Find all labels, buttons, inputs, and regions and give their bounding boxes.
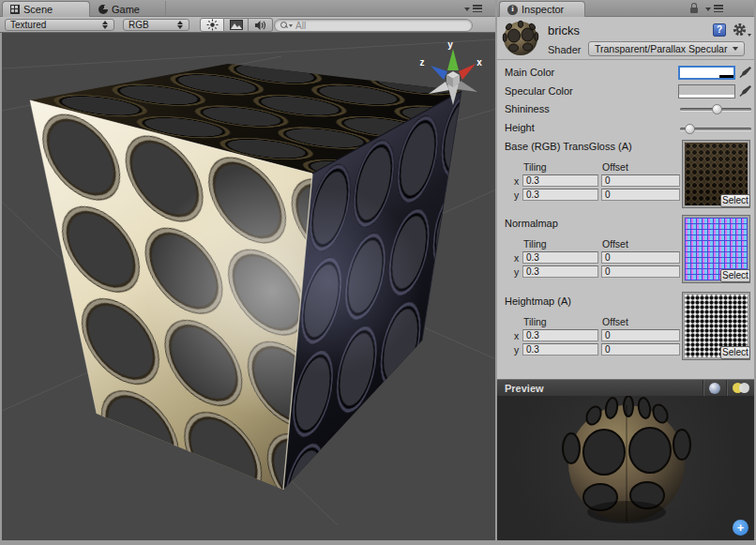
offset-x-field[interactable] (601, 174, 680, 187)
tiling-x-field[interactable] (522, 329, 598, 341)
material-name: bricks (548, 23, 580, 38)
offset-y-field[interactable] (601, 265, 680, 278)
map-title: Heightmap (A) (505, 295, 571, 307)
specular-color-swatch[interactable] (678, 84, 735, 98)
offset-header: Offset (602, 161, 628, 173)
height-slider-handle[interactable] (685, 124, 695, 134)
help-icon[interactable] (713, 23, 726, 37)
gizmo-y-axis[interactable] (447, 49, 459, 70)
unity-editor-window: Scene Game Textured RGB (0, 0, 756, 545)
axis-y-label: y (514, 189, 519, 201)
tab-game-label: Game (112, 4, 140, 15)
tiling-header: Tiling (523, 161, 547, 173)
tab-scene-label: Scene (23, 4, 53, 15)
info-icon (507, 5, 518, 15)
preview-mesh-button[interactable] (703, 380, 726, 397)
eyedropper-icon[interactable] (739, 84, 752, 98)
axis-x-label: x (514, 175, 519, 187)
tiling-x-field[interactable] (522, 251, 598, 264)
skybox-toggle-button[interactable] (224, 18, 249, 32)
chevron-down-icon (733, 47, 738, 51)
gizmo-x-label: x (476, 57, 482, 68)
shininess-label: Shininess (505, 103, 550, 114)
select-button[interactable]: Select (720, 194, 750, 207)
search-input[interactable] (295, 21, 466, 31)
tab-inspector-label: Inspector (522, 4, 564, 15)
offset-y-field[interactable] (601, 343, 680, 356)
offset-x-field[interactable] (601, 329, 680, 341)
scene-canvas[interactable]: y x z (2, 33, 496, 540)
offset-y-field[interactable] (601, 189, 680, 201)
gizmo-neg-axis[interactable] (457, 81, 477, 92)
shader-dropdown[interactable]: Transparent/Parallax Specular (588, 41, 745, 56)
height-slider[interactable] (680, 128, 751, 130)
search-filter-caret-icon (289, 24, 293, 27)
scene-toolbar: Textured RGB (0, 17, 496, 33)
inspector-panel: Inspector (497, 0, 754, 540)
axis-x-label: x (514, 252, 519, 264)
two-lights-icon (733, 383, 749, 393)
tab-scene[interactable]: Scene (2, 1, 90, 17)
map-title: Normalmap (505, 218, 558, 229)
tiling-x-field[interactable] (522, 174, 598, 187)
pane-dropdown-icon[interactable] (705, 8, 711, 11)
grid-icon (10, 5, 20, 14)
tab-inspector[interactable]: Inspector (499, 1, 585, 17)
tiling-y-field[interactable] (522, 189, 598, 201)
pane-dropdown-icon[interactable] (464, 8, 470, 11)
shininess-slider-handle[interactable] (712, 104, 722, 114)
sphere-icon (709, 383, 720, 394)
inspector-tabbar: Inspector (497, 0, 754, 17)
audio-toggle-button[interactable] (249, 18, 273, 32)
select-button[interactable]: Select (720, 346, 750, 359)
tiling-y-field[interactable] (522, 265, 598, 278)
gizmo-x-axis[interactable] (459, 64, 476, 80)
main-color-label: Main Color (505, 67, 554, 78)
axis-y-label: y (514, 344, 519, 356)
gizmo-z-label: z (420, 57, 425, 68)
speaker-icon (254, 20, 266, 31)
image-icon (230, 20, 243, 30)
scene-search-field[interactable] (274, 19, 473, 32)
material-header: bricks Shader Transparent/Parallax Specu… (497, 17, 754, 60)
tab-game[interactable]: Game (91, 1, 166, 17)
lock-icon[interactable] (689, 3, 699, 14)
updown-arrows-icon (177, 21, 184, 29)
height-label: Height (505, 122, 535, 133)
preview-sphere[interactable] (497, 396, 754, 540)
pane-menu-icon[interactable] (473, 5, 482, 12)
tiling-header: Tiling (523, 316, 547, 327)
preview-header[interactable]: Preview (497, 379, 754, 396)
render-mode-dropdown[interactable]: Textured (5, 19, 114, 31)
scene-toggle-group (200, 18, 273, 32)
window-frame-bottom (0, 540, 756, 545)
offset-x-field[interactable] (601, 251, 680, 264)
axis-y-label: y (514, 266, 519, 278)
scene-tabbar: Scene Game (0, 0, 496, 17)
map-title: Base (RGB) TransGloss (A) (505, 141, 632, 152)
eyedropper-icon[interactable] (739, 66, 752, 80)
lighting-toggle-button[interactable] (200, 18, 224, 32)
shininess-slider[interactable] (680, 108, 751, 111)
game-icon (98, 5, 108, 14)
magnifier-icon (280, 22, 288, 29)
pane-menu-icon[interactable] (714, 5, 723, 12)
color-channel-dropdown[interactable]: RGB (123, 19, 189, 31)
preview-area[interactable] (497, 396, 754, 540)
gizmo-y-label: y (447, 39, 453, 50)
tiling-y-field[interactable] (522, 343, 598, 356)
color-channel-value: RGB (129, 20, 174, 30)
preview-lighting-button[interactable] (726, 380, 754, 397)
axis-x-label: x (514, 330, 519, 341)
preview-add-button[interactable] (733, 520, 748, 536)
sun-icon (206, 19, 219, 31)
select-button[interactable]: Select (720, 269, 750, 282)
scene-panel: Scene Game Textured RGB (0, 0, 496, 540)
gear-menu-button[interactable] (733, 23, 751, 38)
main-color-swatch[interactable] (678, 66, 735, 80)
offset-header: Offset (602, 238, 628, 250)
textured-cube[interactable] (30, 64, 461, 490)
shader-label: Shader (548, 44, 581, 55)
panel-splitter[interactable] (495, 0, 497, 540)
gizmo-z-axis[interactable] (431, 66, 447, 80)
